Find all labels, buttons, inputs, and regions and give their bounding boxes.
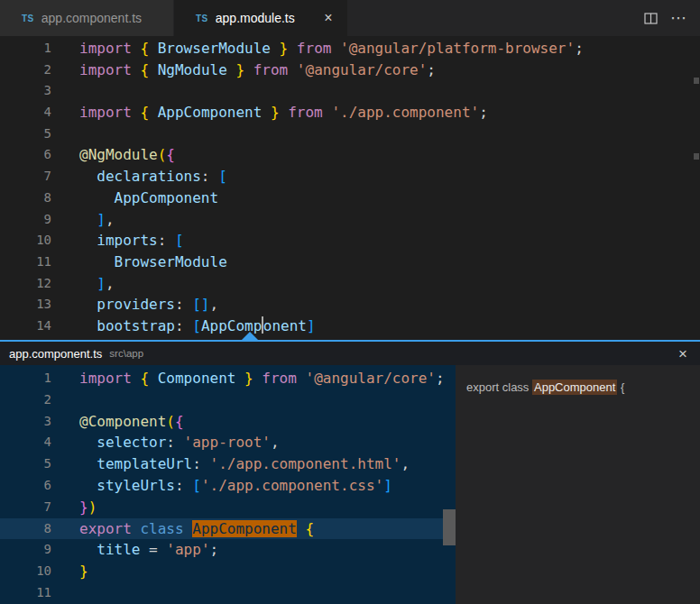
code-line[interactable]: 7 declarations: [ [0, 166, 700, 188]
tab-bar: TS app.component.ts TS app.module.ts × ⋯ [0, 0, 700, 36]
code-line[interactable]: 2 [0, 389, 456, 411]
line-number: 1 [0, 368, 51, 389]
code-line[interactable]: 3@Component({ [0, 411, 456, 433]
code-line[interactable]: 8export class AppComponent { [0, 518, 456, 540]
code-text [51, 124, 79, 145]
line-number: 3 [0, 80, 51, 102]
code-line[interactable]: 13 providers: [], [0, 294, 700, 316]
code-line[interactable]: 4import { AppComponent } from './app.com… [0, 102, 700, 124]
code-text: import { NgModule } from '@angular/core'… [51, 59, 436, 81]
code-text [51, 389, 79, 411]
code-line[interactable]: 9 ], [0, 209, 700, 231]
code-text: @NgModule({ [51, 144, 175, 166]
code-line[interactable]: 9 title = 'app'; [0, 539, 456, 561]
tab-label: app.component.ts [41, 11, 162, 25]
peek-body: 1import { Component } from '@angular/cor… [0, 365, 700, 604]
line-number: 6 [0, 475, 51, 497]
code-line[interactable]: 6 styleUrls: ['./app.component.css'] [0, 475, 456, 497]
code-line[interactable]: 6@NgModule({ [0, 144, 700, 166]
code-text: AppComponent [51, 188, 218, 209]
code-text: import { AppComponent } from './app.comp… [51, 102, 488, 124]
editor-app-module[interactable]: 1import { BrowserModule } from '@angular… [0, 36, 700, 604]
code-line[interactable]: 14 bootstrap: [AppComponent] [0, 316, 700, 337]
peek-close-icon[interactable]: × [675, 346, 691, 361]
code-text [51, 80, 79, 102]
line-number: 9 [0, 209, 51, 231]
code-text: export class AppComponent { [51, 518, 314, 540]
code-text: ], [51, 273, 115, 295]
peek-editor[interactable]: 1import { Component } from '@angular/cor… [0, 365, 456, 604]
line-number: 7 [0, 166, 51, 188]
code-text: import { Component } from '@angular/core… [51, 368, 445, 389]
peek-result-item[interactable]: export class AppComponent { [456, 377, 700, 397]
close-tab-icon[interactable]: × [320, 10, 336, 26]
code-line[interactable]: 10 imports: [ [0, 230, 700, 252]
tab-label: app.module.ts [216, 11, 313, 25]
code-line[interactable]: 1import { BrowserModule } from '@angular… [0, 38, 700, 59]
code-text [51, 582, 79, 604]
code-line[interactable]: 5 [0, 124, 700, 145]
code-line[interactable]: 11 BrowserModule [0, 252, 700, 273]
result-match-highlight: AppComponent [532, 380, 617, 395]
line-number: 11 [0, 582, 51, 604]
code-line[interactable]: 10} [0, 561, 456, 582]
line-number: 10 [0, 561, 51, 582]
code-line[interactable]: 11 [0, 582, 456, 604]
line-number: 13 [0, 294, 51, 316]
code-line[interactable]: 2import { NgModule } from '@angular/core… [0, 59, 700, 81]
definition-match-highlight: AppComponent [192, 520, 297, 537]
overview-ruler-mark [694, 78, 699, 84]
line-number: 2 [0, 389, 51, 411]
peek-file-title: app.component.ts [9, 347, 102, 361]
code-text: BrowserModule [51, 252, 227, 273]
code-line[interactable]: 1import { Component } from '@angular/cor… [0, 368, 456, 389]
line-number: 4 [0, 432, 51, 453]
overview-ruler-mark [694, 153, 699, 160]
line-number: 8 [0, 188, 51, 209]
code-text: providers: [], [51, 294, 218, 316]
line-number: 2 [0, 59, 51, 81]
line-number: 5 [0, 124, 51, 145]
code-line[interactable]: 12 ], [0, 273, 700, 295]
code-text: selector: 'app-root', [51, 432, 280, 453]
line-number: 5 [0, 453, 51, 475]
typescript-file-icon: TS [22, 14, 34, 23]
code-text: import { BrowserModule } from '@angular/… [51, 38, 584, 59]
tab-app-module[interactable]: TS app.module.ts × [174, 0, 348, 36]
line-number: 4 [0, 102, 51, 124]
result-suffix: { [617, 380, 624, 394]
tab-app-component[interactable]: TS app.component.ts [0, 0, 174, 36]
line-number: 3 [0, 411, 51, 433]
typescript-file-icon: TS [196, 14, 208, 23]
line-number: 9 [0, 539, 51, 561]
code-line[interactable]: 3 [0, 80, 700, 102]
code-text: styleUrls: ['./app.component.css'] [51, 475, 392, 497]
code-text: ], [51, 209, 115, 231]
code-line[interactable]: 5 templateUrl: './app.component.html', [0, 453, 456, 475]
split-editor-button[interactable] [644, 12, 658, 25]
editor-actions: ⋯ [631, 0, 700, 36]
code-text: declarations: [ [51, 166, 227, 188]
line-number: 11 [0, 252, 51, 273]
line-number: 6 [0, 144, 51, 166]
code-line[interactable]: 7}) [0, 497, 456, 518]
line-number: 1 [0, 38, 51, 59]
code-text: imports: [ [51, 230, 184, 252]
code-line[interactable]: 8 AppComponent [0, 188, 700, 209]
code-text: } [51, 561, 88, 582]
peek-definition-view: app.component.ts src\app × 1import { Com… [0, 340, 700, 604]
line-number: 7 [0, 497, 51, 518]
code-text: }) [51, 497, 97, 518]
peek-header: app.component.ts src\app × [0, 342, 700, 365]
line-number: 10 [0, 230, 51, 252]
code-line[interactable]: 4 selector: 'app-root', [0, 432, 456, 453]
more-actions-button[interactable]: ⋯ [670, 8, 687, 28]
code-text: templateUrl: './app.component.html', [51, 453, 410, 475]
line-number: 14 [0, 316, 51, 337]
line-number: 8 [0, 518, 51, 540]
peek-scrollbar-thumb[interactable] [443, 509, 456, 545]
code-text: title = 'app'; [51, 539, 218, 561]
split-editor-icon [644, 12, 658, 25]
peek-code: 1import { Component } from '@angular/cor… [0, 368, 456, 604]
main-code: 1import { BrowserModule } from '@angular… [0, 36, 700, 337]
